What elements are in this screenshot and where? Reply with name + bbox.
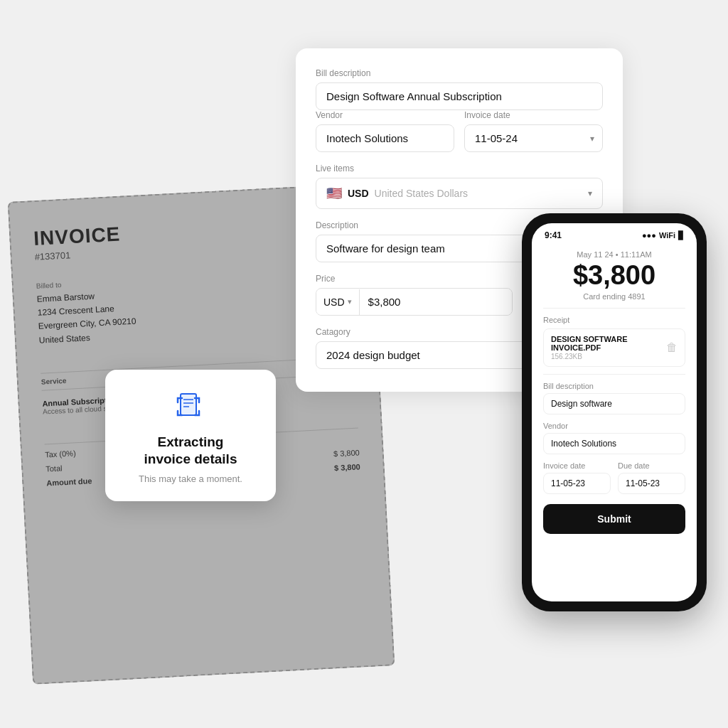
phone-vendor-label: Vendor [543, 422, 685, 430]
invoice-date-label: Invoice date [464, 110, 603, 120]
price-currency-chevron-icon: ▾ [348, 297, 352, 306]
price-currency-badge[interactable]: USD ▾ [316, 289, 360, 315]
receipt-size: 156.23KB [551, 353, 666, 360]
phone-content: May 11 24 • 11:11AM $3,800 Card ending 4… [532, 243, 697, 601]
price-input-group: USD ▾ [316, 288, 513, 316]
invoice-date-select-wrap: 11-05-24 ▾ [464, 124, 603, 152]
receipt-filename: DESIGN SOFTWARE INVOICE.PDF [551, 335, 666, 352]
currency-name: United States Dollars [375, 188, 582, 199]
price-label: Price [316, 274, 513, 284]
phone-dates-row: Invoice date 11-05-23 Due date 11-05-23 [543, 454, 685, 494]
phone-status-bar: 9:41 ●●● WiFi ▊ [532, 223, 697, 243]
phone-divider-2 [543, 374, 685, 375]
phone-screen: 9:41 ●●● WiFi ▊ May 11 24 • 11:11AM $3,8… [532, 223, 697, 601]
vendor-input[interactable] [316, 124, 454, 152]
phone-divider-1 [543, 308, 685, 309]
trash-icon[interactable]: 🗑 [666, 341, 678, 354]
phone-due-date-value: 11-05-23 [618, 473, 685, 494]
phone-invoice-date-value: 11-05-23 [543, 473, 611, 494]
currency-flag: 🇺🇸 [326, 186, 342, 201]
phone-due-date-label: Due date [618, 461, 685, 470]
submit-button[interactable]: Submit [543, 504, 685, 534]
receipt-section-label: Receipt [543, 316, 685, 324]
phone-invoice-date-label: Invoice date [543, 461, 611, 470]
phone-bill-desc-label: Bill description [543, 382, 685, 390]
phone-signals: ●●● WiFi ▊ [642, 231, 684, 240]
extraction-card: Extractinginvoice details This may take … [105, 370, 276, 501]
currency-selector[interactable]: 🇺🇸 USD United States Dollars ▾ [316, 178, 603, 209]
bill-description-label: Bill description [316, 68, 603, 78]
vendor-group: Vendor [316, 110, 454, 152]
phone-vendor-value: Inotech Solutions [543, 433, 685, 454]
bill-description-input[interactable] [316, 82, 603, 110]
phone-due-date-col: Due date 11-05-23 [618, 454, 685, 494]
receipt-row: DESIGN SOFTWARE INVOICE.PDF 156.23KB 🗑 [543, 328, 685, 367]
currency-chevron-icon: ▾ [588, 188, 592, 198]
extraction-title: Extractinginvoice details [122, 434, 259, 468]
phone-transaction-date: May 11 24 • 11:11AM [543, 250, 685, 259]
invoice-date-select[interactable]: 11-05-24 [464, 124, 603, 152]
live-items-label: Live items [316, 164, 603, 173]
receipt-file-info: DESIGN SOFTWARE INVOICE.PDF 156.23KB [551, 335, 666, 360]
phone-time: 9:41 [545, 230, 562, 240]
extraction-subtitle: This may take a moment. [122, 473, 259, 484]
price-input[interactable] [360, 289, 512, 315]
phone-mockup: 9:41 ●●● WiFi ▊ May 11 24 • 11:11AM $3,8… [522, 213, 707, 611]
currency-code: USD [348, 188, 369, 199]
phone-bill-desc-value: Design software [543, 393, 685, 414]
vendor-label: Vendor [316, 110, 454, 120]
phone-invoice-date-col: Invoice date 11-05-23 [543, 454, 611, 494]
svg-rect-0 [181, 394, 196, 415]
phone-card-label: Card ending 4891 [543, 292, 685, 301]
phone-amount: $3,800 [543, 260, 685, 291]
extract-icon [173, 390, 208, 424]
invoice-date-group: Invoice date 11-05-24 ▾ [464, 110, 603, 152]
price-group: Price USD ▾ [316, 274, 513, 316]
